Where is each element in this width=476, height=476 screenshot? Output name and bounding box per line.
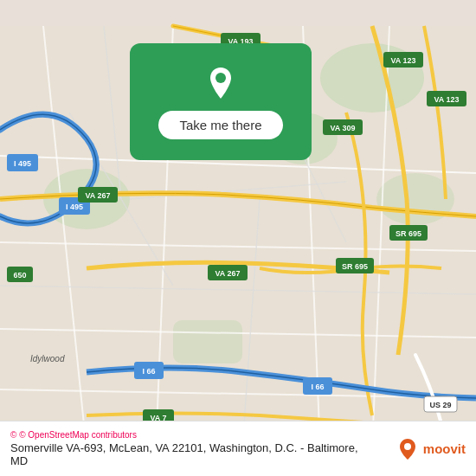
svg-point-53 (215, 73, 226, 83)
svg-text:US 29: US 29 (429, 401, 451, 409)
svg-text:I 495: I 495 (66, 203, 83, 211)
svg-text:I 66: I 66 (311, 383, 324, 391)
map-container: I 495 I 495 VA 267 VA 267 VA 193 VA 123 … (0, 0, 476, 476)
svg-text:SR 695: SR 695 (396, 229, 421, 238)
svg-text:SR 695: SR 695 (342, 262, 368, 271)
bottom-bar: © © OpenStreetMap contributors Somervill… (0, 421, 476, 476)
svg-text:I 495: I 495 (14, 159, 31, 168)
moovit-logo: moovit (396, 437, 466, 461)
moovit-text: moovit (423, 441, 466, 456)
copyright-symbol: © (10, 430, 16, 440)
svg-text:I 66: I 66 (142, 367, 155, 376)
svg-text:VA 309: VA 309 (330, 124, 355, 132)
svg-text:VA 267: VA 267 (85, 191, 110, 200)
svg-point-4 (376, 173, 454, 225)
svg-text:Idylwood: Idylwood (30, 354, 65, 363)
take-me-card: Take me there (130, 43, 312, 160)
address-text: Somerville VA-693, McLean, VA 22101, Was… (10, 441, 374, 467)
svg-point-54 (404, 443, 411, 450)
location-pin-icon (202, 64, 240, 102)
svg-text:VA 267: VA 267 (215, 269, 240, 278)
svg-text:650: 650 (13, 271, 26, 280)
osm-credit-text: © OpenStreetMap contributors (19, 430, 137, 440)
svg-text:VA 123: VA 123 (434, 95, 459, 104)
svg-rect-5 (173, 320, 242, 363)
moovit-pin-icon (396, 437, 420, 461)
osm-credit: © © OpenStreetMap contributors (10, 430, 374, 440)
bottom-left: © © OpenStreetMap contributors Somervill… (10, 430, 374, 467)
svg-text:VA 123: VA 123 (390, 56, 415, 65)
take-me-button[interactable]: Take me there (158, 111, 282, 139)
